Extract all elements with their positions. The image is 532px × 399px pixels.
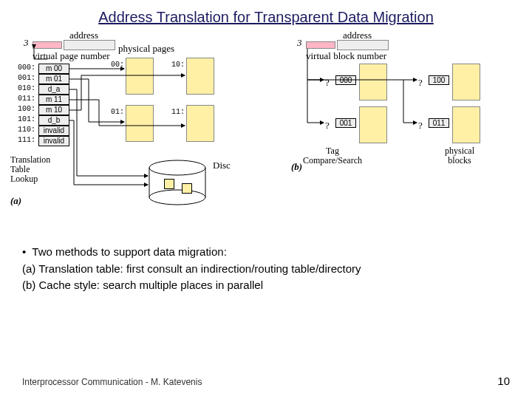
page-title: Address Translation for Transparent Data… — [0, 0, 532, 26]
tag-011: 011 — [429, 118, 449, 128]
phys-block-3 — [452, 106, 480, 143]
label-vpn: virtual page number — [33, 50, 110, 62]
pt-row: 100:m 10 — [18, 105, 69, 115]
fig-label-b: (b) — [291, 161, 302, 173]
page-number: 10 — [497, 375, 510, 387]
q2: ? — [325, 120, 330, 132]
phys-block-1 — [452, 64, 480, 100]
disc-block-a — [164, 179, 174, 189]
pt-row: 010:d_a — [18, 84, 69, 95]
pt-row: 111:invalid — [18, 136, 69, 146]
label-tagcmp: Tag Compare/Search — [303, 146, 362, 166]
addr-high-a — [33, 41, 62, 49]
wires-b — [7, 37, 525, 229]
page-table: 000:m 00 001:m 01 010:d_a 011:m 11 100:m… — [18, 64, 69, 146]
tag-001: 001 — [335, 118, 356, 128]
pp-idx-01: 01: — [111, 108, 124, 116]
label-address-b: address — [343, 30, 372, 41]
phys-block-0 — [359, 64, 387, 100]
bullet-list: • Two methods to support data migration:… — [22, 244, 510, 294]
label-vbn: virtual block number — [306, 50, 386, 62]
bullet-b: (b) Cache style: search multiple places … — [22, 277, 510, 294]
tag-100: 100 — [429, 75, 449, 85]
label-disc: Disc — [213, 160, 231, 171]
label-phys-pages: physical pages — [118, 43, 174, 55]
pp-idx-00: 00: — [111, 61, 124, 69]
q1: ? — [418, 77, 423, 89]
svg-point-0 — [149, 160, 205, 175]
pt-row: 101:d_b — [18, 115, 69, 126]
disc-block-b — [182, 183, 192, 194]
q3: ? — [418, 120, 423, 132]
pt-row: 110:invalid — [18, 126, 69, 136]
pt-row: 000:m 00 — [18, 64, 69, 74]
bullet-lead: • Two methods to support data migration: — [22, 244, 510, 261]
diagram: 3 address virtual page number 000:m 00 0… — [7, 37, 525, 229]
phys-page-01 — [126, 105, 154, 142]
split-3-b: 3 — [297, 37, 302, 49]
svg-point-1 — [149, 190, 205, 205]
pt-row: 011:m 11 — [18, 95, 69, 105]
addr-low-a — [64, 40, 115, 50]
q0: ? — [325, 77, 330, 89]
addr-low-b — [337, 40, 389, 50]
addr-high-b — [306, 41, 335, 49]
phys-block-2 — [359, 106, 387, 143]
phys-page-00 — [126, 58, 154, 95]
pt-row: 001:m 01 — [18, 74, 69, 84]
pp-idx-10: 10: — [171, 61, 185, 69]
tag-000: 000 — [335, 75, 356, 85]
label-ttl: Translation Table Lookup — [10, 155, 50, 185]
split-3-a: 3 — [24, 37, 29, 49]
phys-page-11 — [186, 105, 214, 142]
label-address-a: address — [69, 30, 98, 41]
bullet-a: (a) Translation table: first consult an … — [22, 261, 510, 278]
footer-text: Interprocessor Communication - M. Kateve… — [22, 377, 202, 387]
phys-page-10 — [186, 58, 214, 95]
label-phys-blocks: physical blocks — [445, 146, 474, 166]
fig-label-a: (a) — [10, 195, 21, 207]
pp-idx-11: 11: — [171, 108, 185, 116]
